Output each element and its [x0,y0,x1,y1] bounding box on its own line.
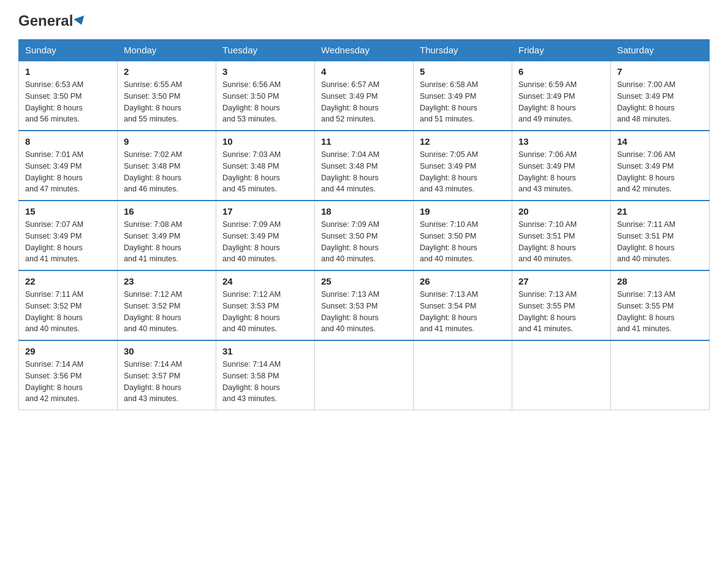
logo-line1: General [18,12,86,29]
day-number: 24 [222,276,308,286]
day-number: 22 [25,276,111,286]
day-info: Sunrise: 6:56 AM Sunset: 3:50 PM Dayligh… [222,79,308,125]
day-info: Sunrise: 7:09 AM Sunset: 3:49 PM Dayligh… [222,219,308,265]
calendar-cell: 9 Sunrise: 7:02 AM Sunset: 3:48 PM Dayli… [118,131,216,201]
day-info: Sunrise: 6:58 AM Sunset: 3:49 PM Dayligh… [420,79,506,125]
logo-general: General [18,12,73,29]
day-info: Sunrise: 7:14 AM Sunset: 3:57 PM Dayligh… [124,359,210,405]
day-number: 8 [25,136,111,147]
calendar-cell: 27 Sunrise: 7:13 AM Sunset: 3:55 PM Dayl… [512,270,611,340]
calendar-cell: 30 Sunrise: 7:14 AM Sunset: 3:57 PM Dayl… [118,340,216,410]
day-number: 14 [617,136,703,147]
day-number: 2 [124,66,210,77]
calendar-cell: 10 Sunrise: 7:03 AM Sunset: 3:48 PM Dayl… [216,131,315,201]
day-number: 9 [124,136,210,147]
day-info: Sunrise: 6:55 AM Sunset: 3:50 PM Dayligh… [124,79,210,125]
calendar-header-row: SundayMondayTuesdayWednesdayThursdayFrid… [19,40,710,61]
day-info: Sunrise: 7:12 AM Sunset: 3:53 PM Dayligh… [222,289,308,335]
day-number: 28 [617,276,703,286]
day-number: 11 [321,136,407,147]
day-info: Sunrise: 6:53 AM Sunset: 3:50 PM Dayligh… [25,79,111,125]
day-number: 4 [321,66,407,77]
day-number: 29 [25,346,111,356]
day-of-week-header: Monday [118,40,216,61]
day-number: 26 [420,276,506,286]
day-number: 15 [25,206,111,216]
day-info: Sunrise: 7:13 AM Sunset: 3:55 PM Dayligh… [617,289,703,335]
calendar-week-row: 1 Sunrise: 6:53 AM Sunset: 3:50 PM Dayli… [19,61,710,131]
calendar-cell: 31 Sunrise: 7:14 AM Sunset: 3:58 PM Dayl… [216,340,315,410]
calendar-cell [414,340,512,410]
day-of-week-header: Sunday [19,40,118,61]
day-of-week-header: Wednesday [315,40,414,61]
day-number: 30 [124,346,210,356]
day-info: Sunrise: 7:04 AM Sunset: 3:48 PM Dayligh… [321,149,407,195]
day-info: Sunrise: 7:13 AM Sunset: 3:53 PM Dayligh… [321,289,407,335]
calendar-cell: 25 Sunrise: 7:13 AM Sunset: 3:53 PM Dayl… [315,270,414,340]
day-info: Sunrise: 7:13 AM Sunset: 3:55 PM Dayligh… [518,289,604,335]
day-info: Sunrise: 7:08 AM Sunset: 3:49 PM Dayligh… [124,219,210,265]
calendar-cell: 21 Sunrise: 7:11 AM Sunset: 3:51 PM Dayl… [611,201,710,270]
day-info: Sunrise: 7:03 AM Sunset: 3:48 PM Dayligh… [222,149,308,195]
day-number: 16 [124,206,210,216]
calendar-cell: 19 Sunrise: 7:10 AM Sunset: 3:50 PM Dayl… [414,201,512,270]
calendar-cell [315,340,414,410]
day-info: Sunrise: 7:02 AM Sunset: 3:48 PM Dayligh… [124,149,210,195]
day-number: 20 [518,206,604,216]
day-number: 7 [617,66,703,77]
calendar-cell: 18 Sunrise: 7:09 AM Sunset: 3:50 PM Dayl… [315,201,414,270]
calendar-week-row: 8 Sunrise: 7:01 AM Sunset: 3:49 PM Dayli… [19,131,710,201]
calendar-cell: 1 Sunrise: 6:53 AM Sunset: 3:50 PM Dayli… [19,61,118,131]
calendar-cell: 24 Sunrise: 7:12 AM Sunset: 3:53 PM Dayl… [216,270,315,340]
calendar-table: SundayMondayTuesdayWednesdayThursdayFrid… [18,39,710,410]
day-info: Sunrise: 7:14 AM Sunset: 3:58 PM Dayligh… [222,359,308,405]
calendar-cell: 4 Sunrise: 6:57 AM Sunset: 3:49 PM Dayli… [315,61,414,131]
day-info: Sunrise: 7:11 AM Sunset: 3:52 PM Dayligh… [25,289,111,335]
day-number: 13 [518,136,604,147]
calendar-cell: 7 Sunrise: 7:00 AM Sunset: 3:49 PM Dayli… [611,61,710,131]
calendar-cell: 16 Sunrise: 7:08 AM Sunset: 3:49 PM Dayl… [118,201,216,270]
calendar-cell: 5 Sunrise: 6:58 AM Sunset: 3:49 PM Dayli… [414,61,512,131]
day-of-week-header: Friday [512,40,611,61]
day-info: Sunrise: 6:57 AM Sunset: 3:49 PM Dayligh… [321,79,407,125]
day-number: 6 [518,66,604,77]
logo: General [18,12,86,27]
day-number: 17 [222,206,308,216]
calendar-cell: 26 Sunrise: 7:13 AM Sunset: 3:54 PM Dayl… [414,270,512,340]
day-info: Sunrise: 7:01 AM Sunset: 3:49 PM Dayligh… [25,149,111,195]
day-of-week-header: Thursday [414,40,512,61]
day-info: Sunrise: 7:07 AM Sunset: 3:49 PM Dayligh… [25,219,111,265]
calendar-week-row: 29 Sunrise: 7:14 AM Sunset: 3:56 PM Dayl… [19,340,710,410]
day-info: Sunrise: 7:11 AM Sunset: 3:51 PM Dayligh… [617,219,703,265]
day-number: 23 [124,276,210,286]
day-info: Sunrise: 7:10 AM Sunset: 3:50 PM Dayligh… [420,219,506,265]
calendar-cell: 13 Sunrise: 7:06 AM Sunset: 3:49 PM Dayl… [512,131,611,201]
day-info: Sunrise: 7:12 AM Sunset: 3:52 PM Dayligh… [124,289,210,335]
day-info: Sunrise: 7:05 AM Sunset: 3:49 PM Dayligh… [420,149,506,195]
day-number: 5 [420,66,506,77]
day-info: Sunrise: 7:13 AM Sunset: 3:54 PM Dayligh… [420,289,506,335]
calendar-week-row: 22 Sunrise: 7:11 AM Sunset: 3:52 PM Dayl… [19,270,710,340]
day-number: 21 [617,206,703,216]
day-info: Sunrise: 7:06 AM Sunset: 3:49 PM Dayligh… [617,149,703,195]
calendar-cell: 3 Sunrise: 6:56 AM Sunset: 3:50 PM Dayli… [216,61,315,131]
calendar-cell: 28 Sunrise: 7:13 AM Sunset: 3:55 PM Dayl… [611,270,710,340]
page-header: General [18,12,710,27]
calendar-cell [512,340,611,410]
day-number: 27 [518,276,604,286]
calendar-cell: 29 Sunrise: 7:14 AM Sunset: 3:56 PM Dayl… [19,340,118,410]
calendar-cell: 22 Sunrise: 7:11 AM Sunset: 3:52 PM Dayl… [19,270,118,340]
day-info: Sunrise: 7:10 AM Sunset: 3:51 PM Dayligh… [518,219,604,265]
calendar-cell: 14 Sunrise: 7:06 AM Sunset: 3:49 PM Dayl… [611,131,710,201]
day-number: 19 [420,206,506,216]
calendar-cell: 20 Sunrise: 7:10 AM Sunset: 3:51 PM Dayl… [512,201,611,270]
day-number: 3 [222,66,308,77]
day-number: 1 [25,66,111,77]
day-number: 18 [321,206,407,216]
calendar-cell: 17 Sunrise: 7:09 AM Sunset: 3:49 PM Dayl… [216,201,315,270]
day-info: Sunrise: 7:00 AM Sunset: 3:49 PM Dayligh… [617,79,703,125]
day-info: Sunrise: 7:09 AM Sunset: 3:50 PM Dayligh… [321,219,407,265]
calendar-cell: 15 Sunrise: 7:07 AM Sunset: 3:49 PM Dayl… [19,201,118,270]
calendar-cell: 23 Sunrise: 7:12 AM Sunset: 3:52 PM Dayl… [118,270,216,340]
day-of-week-header: Tuesday [216,40,315,61]
